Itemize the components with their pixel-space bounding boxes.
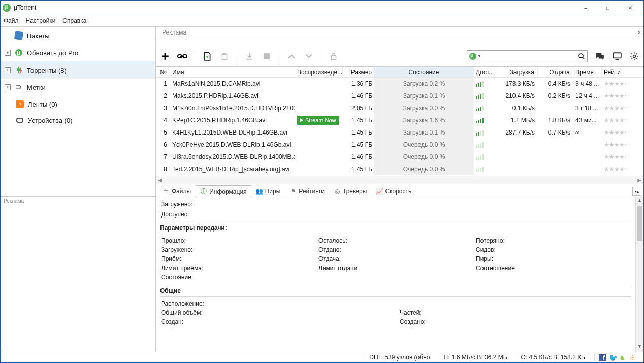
info-icon: ⓘ	[200, 188, 207, 195]
sidebar-item-torrents[interactable]: + Торренты (8)	[1, 61, 155, 79]
packages-icon	[14, 31, 24, 41]
table-row[interactable]: 1MaRs1aNiN.2015.D.CAMRip.avi1.36 ГБЗагру…	[156, 78, 643, 90]
tab-speed[interactable]: 📈Скорость	[371, 185, 416, 197]
search-engine-icon	[469, 53, 476, 60]
preferences-button[interactable]	[629, 51, 639, 61]
tab-peers[interactable]: 👥Пиры	[251, 185, 285, 197]
lbl-elapsed: Прошло:	[161, 237, 318, 244]
sidebar-item-feeds[interactable]: ৲ Ленты (0)	[1, 96, 155, 112]
tab-ratings[interactable]: ⚑Рейтинги	[285, 185, 329, 197]
col-time[interactable]: Время	[573, 67, 602, 77]
titlebar: µTorrent – □ ✕	[0, 0, 644, 15]
col-num[interactable]: №	[156, 67, 170, 77]
tab-info[interactable]: ⓘИнформация	[196, 185, 251, 197]
scroll-down-icon[interactable]: ▼	[636, 344, 643, 352]
move-down-button[interactable]	[304, 51, 314, 61]
col-size[interactable]: Размер	[343, 67, 374, 77]
search-icon[interactable]	[578, 53, 585, 60]
col-down[interactable]: Загрузка	[496, 67, 538, 77]
move-up-button[interactable]	[286, 51, 297, 61]
scroll-right-icon[interactable]: ►	[635, 177, 643, 184]
lbl-total-size: Общий объём:	[161, 309, 400, 316]
toolbar: ▼	[156, 46, 643, 67]
sidebar-item-packages[interactable]: Пакеты	[1, 27, 155, 44]
table-row[interactable]: 3M1s7i0n.1mP0ss1b1e.2015.D.HDTVRip.2100.…	[156, 102, 643, 114]
start-button[interactable]	[244, 51, 254, 61]
lbl-created-at: Создано:	[400, 318, 630, 325]
table-row[interactable]: 5K4H1KyL1.2015D.WEB-DLRip.1.46GB.avi1.45…	[156, 126, 643, 139]
menu-file[interactable]: Файл	[4, 17, 19, 24]
tree-expand-icon[interactable]: +	[5, 84, 11, 90]
table-row[interactable]: 7Ul3ra.5endosy.2015.D.WEB-DLRip.1400MB.a…	[156, 151, 643, 163]
lbl-created: Создан:	[161, 318, 400, 325]
twitter-icon[interactable]: 🐦	[609, 354, 616, 361]
menubar: Файл Настройки Справка	[0, 15, 644, 26]
android-icon[interactable]: ♞	[619, 354, 626, 361]
lbl-ratio: Соотношение:	[476, 265, 630, 272]
menu-settings[interactable]: Настройки	[26, 17, 56, 24]
chat-button[interactable]	[595, 51, 605, 61]
grid-header[interactable]: № Имя Воспроизведе... Размер Состояние Д…	[156, 67, 643, 78]
add-torrent-button[interactable]	[160, 51, 170, 61]
create-torrent-button[interactable]	[202, 51, 212, 61]
col-rating[interactable]: Рейти	[602, 67, 626, 77]
detail-panel: Загружено: Доступно: Параметры передачи:…	[156, 197, 643, 352]
lbl-ullimit: Лимит отдачи	[318, 265, 476, 272]
torrents-icon	[15, 66, 23, 74]
sidebar-item-labels[interactable]: + 🏷 Метки	[1, 79, 155, 96]
speed-icon: 📈	[376, 188, 383, 195]
sidebar-ad-label: Реклама	[1, 196, 155, 205]
search-input[interactable]	[484, 53, 578, 60]
sidebar-item-label: Метки	[27, 84, 46, 91]
menu-help[interactable]: Справка	[62, 17, 86, 24]
remote-button[interactable]	[612, 51, 622, 61]
sidebar-item-upgrade[interactable]: + μ Обновить до Pro	[1, 44, 155, 61]
chevron-down-icon[interactable]: ▼	[477, 54, 481, 58]
devices-icon	[16, 116, 24, 124]
sidebar-item-devices[interactable]: Устройства (0)	[1, 112, 155, 128]
col-play[interactable]: Воспроизведе...	[295, 67, 343, 77]
info-available-label: Доступно:	[161, 211, 630, 218]
table-row[interactable]: 6Yck0PeHye.2015.D.WEB-DLRip.1.46Gb.avi1.…	[156, 139, 643, 151]
stream-now-button[interactable]: Stream Now	[297, 116, 339, 125]
grid-hscrollbar[interactable]: ◄ ►	[156, 176, 643, 184]
search-box[interactable]: ▼	[467, 50, 588, 62]
ratings-icon: ⚑	[289, 188, 297, 195]
window-minimize-button[interactable]: –	[574, 1, 597, 15]
col-up[interactable]: Отдача	[538, 67, 573, 77]
delete-button[interactable]	[219, 51, 230, 61]
scroll-left-icon[interactable]: ◄	[156, 177, 164, 184]
col-state[interactable]: Состояние	[374, 67, 474, 77]
tab-files[interactable]: 🗀Файлы	[158, 185, 196, 197]
table-row[interactable]: 2Maks.2015.P.HDRip.1.46GB.avi1.46 ГБЗагр…	[156, 90, 643, 102]
lbl-location: Расположение:	[161, 300, 400, 307]
lbl-lost: Потеряно:	[476, 237, 630, 244]
table-row[interactable]: 4KPep1C.2015.P.HDRip.1.46GB.aviStream No…	[156, 114, 643, 126]
upgrade-icon: μ	[15, 49, 23, 57]
add-url-button[interactable]	[177, 51, 187, 61]
scroll-up-icon[interactable]: ▲	[636, 197, 643, 206]
tree-expand-icon[interactable]: +	[5, 67, 11, 73]
window-close-button[interactable]: ✕	[619, 1, 641, 15]
col-name[interactable]: Имя	[170, 67, 295, 77]
table-row[interactable]: 8Ted.2.2015_WEB-DLRip_[scarabey.org].avi…	[156, 163, 643, 175]
sidebar-item-label: Пакеты	[27, 32, 50, 40]
unlock-button[interactable]	[329, 51, 339, 61]
ad-close-button[interactable]: ×	[637, 28, 641, 37]
stop-button[interactable]	[262, 51, 272, 61]
col-avail[interactable]: Дост...	[474, 67, 496, 77]
tab-expand-button[interactable]: ▾▴	[632, 187, 641, 196]
sidebar: Пакеты + μ Обновить до Pro + Торренты (8…	[1, 26, 156, 352]
window-title: µTorrent	[14, 4, 574, 11]
statusbar: DHT: 539 узлов (обно П: 1.6 МБ/с В: 36.2…	[0, 352, 644, 363]
facebook-icon[interactable]: f	[599, 354, 606, 361]
svg-rect-6	[331, 55, 336, 59]
status-upload: О: 4.5 КБ/с В: 158.2 КБ	[517, 354, 589, 361]
detail-vscrollbar[interactable]: ▲ ▼	[635, 197, 643, 352]
warning-icon[interactable]: ⚠	[629, 354, 636, 361]
tree-expand-icon[interactable]: +	[5, 50, 11, 56]
tab-trackers[interactable]: ◎Трекеры	[329, 185, 371, 197]
lbl-peers: Пиры:	[476, 255, 630, 262]
window-maximize-button[interactable]: □	[597, 1, 619, 15]
status-dht: DHT: 539 узлов (обно	[365, 354, 434, 361]
